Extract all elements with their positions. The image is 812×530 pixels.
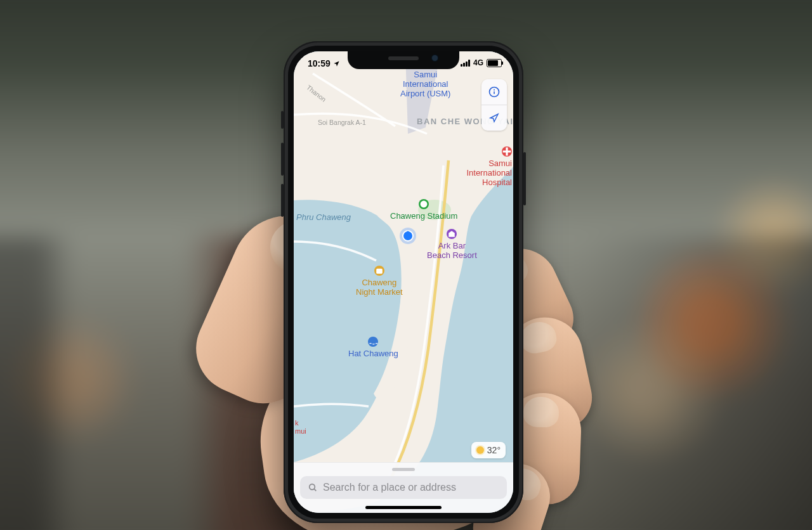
poi-ark-bar[interactable]: Ark Bar Beach Resort xyxy=(427,229,477,261)
drag-handle[interactable] xyxy=(392,468,415,471)
phone-frame: 10:59 4G xyxy=(284,41,523,523)
current-location-dot[interactable] xyxy=(403,231,412,240)
battery-icon xyxy=(487,59,502,67)
status-time: 10:59 xyxy=(308,58,331,68)
locate-me-button[interactable] xyxy=(481,105,507,131)
svg-point-7 xyxy=(310,484,315,490)
svg-point-6 xyxy=(494,89,495,91)
svg-point-2 xyxy=(421,201,428,208)
weather-temp: 32° xyxy=(487,445,501,455)
poi-hat-chaweng[interactable]: Hat Chaweng xyxy=(348,337,398,359)
cellular-signal-icon xyxy=(461,60,470,67)
location-services-icon xyxy=(333,60,340,67)
info-icon xyxy=(488,86,501,98)
display-notch xyxy=(348,51,459,69)
location-arrow-icon xyxy=(488,112,500,124)
home-indicator[interactable] xyxy=(365,506,442,509)
volume-down-button[interactable] xyxy=(281,184,284,217)
search-card[interactable]: Search for a place or address xyxy=(294,462,513,513)
poi-hospital[interactable]: Samui International Hospital xyxy=(466,146,512,188)
volume-up-button[interactable] xyxy=(281,143,284,176)
network-label: 4G xyxy=(473,58,483,67)
phone-screen: 10:59 4G xyxy=(294,51,513,513)
search-icon xyxy=(308,482,318,493)
search-placeholder: Search for a place or address xyxy=(323,482,456,493)
poi-night-market[interactable]: Chaweng Night Market xyxy=(356,266,403,297)
svg-rect-3 xyxy=(376,269,383,274)
power-button[interactable] xyxy=(523,152,526,205)
map-info-button[interactable] xyxy=(481,79,507,105)
sun-icon xyxy=(476,446,484,454)
search-field[interactable]: Search for a place or address xyxy=(300,476,507,499)
weather-chip[interactable]: 32° xyxy=(471,442,506,458)
map-controls xyxy=(481,79,507,131)
mute-switch[interactable] xyxy=(281,111,284,129)
water-label-phru-chaweng: Phru Chaweng xyxy=(296,213,351,223)
poi-airport[interactable]: Samui International Airport (USM) xyxy=(400,70,450,99)
poi-partial-bottom: k mui xyxy=(295,419,306,435)
poi-stadium[interactable]: Chaweng Stadium xyxy=(390,199,457,221)
svg-line-8 xyxy=(314,489,316,491)
